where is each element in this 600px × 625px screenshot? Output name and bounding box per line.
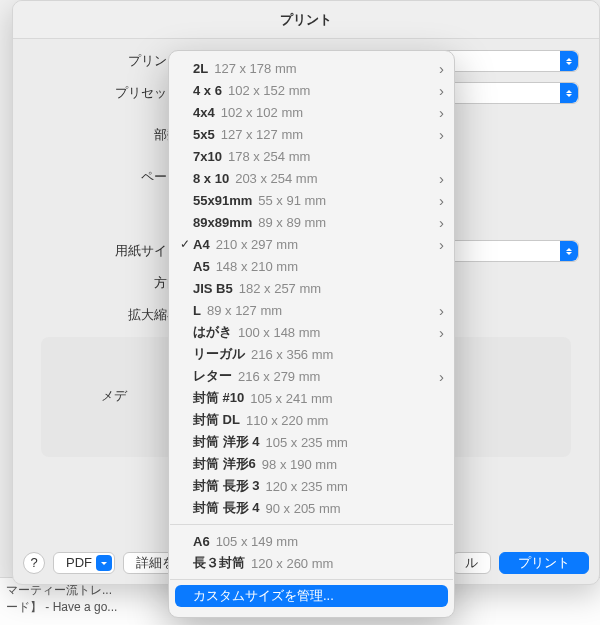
menu-item-dims: 100 x 148 mm — [238, 325, 320, 340]
menu-item-manage-custom-sizes[interactable]: カスタムサイズを管理... — [175, 585, 448, 607]
menu-item-name: L — [193, 303, 201, 318]
menu-item-name: 55x91mm — [193, 193, 252, 208]
menu-item-name: 4x4 — [193, 105, 215, 120]
menu-item-dims: 105 x 235 mm — [265, 435, 347, 450]
menu-item-dims: 148 x 210 mm — [216, 259, 298, 274]
menu-item[interactable]: 55x91mm55 x 91 mm› — [169, 189, 454, 211]
help-button[interactable]: ? — [23, 552, 45, 574]
menu-item-name: 封筒 #10 — [193, 389, 244, 407]
menu-item[interactable]: 5x5127 x 127 mm› — [169, 123, 454, 145]
menu-item[interactable]: 7x10178 x 254 mm — [169, 145, 454, 167]
chevron-right-icon: › — [439, 325, 444, 340]
chevron-right-icon: › — [439, 105, 444, 120]
label-preset: プリセット — [33, 84, 188, 102]
menu-item[interactable]: JIS B5182 x 257 mm — [169, 277, 454, 299]
updown-icon — [560, 83, 578, 103]
chevron-down-icon — [96, 555, 112, 571]
print-button[interactable]: プリント — [499, 552, 589, 574]
menu-item[interactable]: 封筒 DL110 x 220 mm — [169, 409, 454, 431]
menu-item-dims: 90 x 205 mm — [265, 501, 340, 516]
menu-item[interactable]: はがき100 x 148 mm› — [169, 321, 454, 343]
chevron-right-icon: › — [439, 303, 444, 318]
menu-item-name: 封筒 長形 3 — [193, 477, 259, 495]
menu-item[interactable]: 4x4102 x 102 mm› — [169, 101, 454, 123]
pdf-label: PDF — [66, 553, 92, 573]
menu-item-dims: 216 x 279 mm — [238, 369, 320, 384]
menu-item[interactable]: A5148 x 210 mm — [169, 255, 454, 277]
menu-item-name: 5x5 — [193, 127, 215, 142]
label-paper-size: 用紙サイズ — [33, 242, 188, 260]
check-icon: ✓ — [177, 237, 193, 251]
paper-size-menu: 2L127 x 178 mm›4 x 6102 x 152 mm›4x4102 … — [168, 50, 455, 618]
menu-item-dims: 210 x 297 mm — [216, 237, 298, 252]
menu-item-dims: 120 x 260 mm — [251, 556, 333, 571]
menu-item-name: A5 — [193, 259, 210, 274]
updown-icon — [560, 51, 578, 71]
label-pages: ページ — [33, 168, 188, 186]
menu-item-name: 8 x 10 — [193, 171, 229, 186]
menu-item-dims: 203 x 254 mm — [235, 171, 317, 186]
menu-item-dims: 89 x 89 mm — [258, 215, 326, 230]
menu-item-dims: 127 x 127 mm — [221, 127, 303, 142]
menu-item-name: 2L — [193, 61, 208, 76]
menu-item-dims: 102 x 152 mm — [228, 83, 310, 98]
label-copies: 部数 — [33, 126, 188, 144]
menu-item[interactable]: 封筒 長形 3120 x 235 mm — [169, 475, 454, 497]
menu-item[interactable]: 長３封筒120 x 260 mm — [169, 552, 454, 574]
menu-item[interactable]: 封筒 長形 490 x 205 mm — [169, 497, 454, 519]
menu-item-name: 4 x 6 — [193, 83, 222, 98]
menu-item-dims: 89 x 127 mm — [207, 303, 282, 318]
menu-item[interactable]: 封筒 洋形 4105 x 235 mm — [169, 431, 454, 453]
menu-item-dims: 216 x 356 mm — [251, 347, 333, 362]
window-title: プリント — [13, 1, 599, 39]
chevron-right-icon: › — [439, 193, 444, 208]
menu-item[interactable]: 89x89mm89 x 89 mm› — [169, 211, 454, 233]
updown-icon — [560, 241, 578, 261]
menu-item-dims: 105 x 241 mm — [250, 391, 332, 406]
menu-item-dims: 105 x 149 mm — [216, 534, 298, 549]
menu-item-name: 長３封筒 — [193, 554, 245, 572]
menu-item-label: カスタムサイズを管理... — [193, 587, 334, 605]
menu-item-name: 封筒 DL — [193, 411, 240, 429]
menu-group-2: A6105 x 149 mm長３封筒120 x 260 mm — [169, 530, 454, 574]
menu-item-name: 封筒 洋形 4 — [193, 433, 259, 451]
menu-item-name: 封筒 洋形6 — [193, 455, 256, 473]
menu-item-name: はがき — [193, 323, 232, 341]
menu-item[interactable]: 封筒 #10105 x 241 mm — [169, 387, 454, 409]
menu-item[interactable]: 8 x 10203 x 254 mm› — [169, 167, 454, 189]
menu-item-name: A6 — [193, 534, 210, 549]
menu-item-name: 封筒 長形 4 — [193, 499, 259, 517]
chevron-right-icon: › — [439, 237, 444, 252]
menu-separator — [170, 579, 453, 580]
menu-item[interactable]: A6105 x 149 mm — [169, 530, 454, 552]
cancel-button[interactable]: ル — [452, 552, 491, 574]
menu-item-name: レター — [193, 367, 232, 385]
menu-item[interactable]: レター216 x 279 mm› — [169, 365, 454, 387]
menu-item-name: リーガル — [193, 345, 245, 363]
label-scale: 拡大縮小 — [33, 306, 188, 324]
menu-item-dims: 110 x 220 mm — [246, 413, 328, 428]
menu-item-dims: 127 x 178 mm — [214, 61, 296, 76]
menu-item-dims: 98 x 190 mm — [262, 457, 337, 472]
menu-item[interactable]: 封筒 洋形698 x 190 mm — [169, 453, 454, 475]
menu-item-dims: 182 x 257 mm — [239, 281, 321, 296]
menu-item-dims: 120 x 235 mm — [265, 479, 347, 494]
menu-item[interactable]: ✓A4210 x 297 mm› — [169, 233, 454, 255]
chevron-right-icon: › — [439, 369, 444, 384]
menu-item-dims: 55 x 91 mm — [258, 193, 326, 208]
chevron-right-icon: › — [439, 61, 444, 76]
menu-item[interactable]: 4 x 6102 x 152 mm› — [169, 79, 454, 101]
label-orientation: 方向 — [33, 274, 188, 292]
label-printer: プリンタ — [33, 52, 188, 70]
menu-item[interactable]: 2L127 x 178 mm› — [169, 57, 454, 79]
menu-item-name: JIS B5 — [193, 281, 233, 296]
menu-separator — [170, 524, 453, 525]
menu-item[interactable]: リーガル216 x 356 mm — [169, 343, 454, 365]
menu-item-dims: 178 x 254 mm — [228, 149, 310, 164]
menu-item[interactable]: L89 x 127 mm› — [169, 299, 454, 321]
chevron-right-icon: › — [439, 127, 444, 142]
menu-item-name: 7x10 — [193, 149, 222, 164]
chevron-right-icon: › — [439, 215, 444, 230]
chevron-right-icon: › — [439, 171, 444, 186]
pdf-menu-button[interactable]: PDF — [53, 552, 115, 574]
